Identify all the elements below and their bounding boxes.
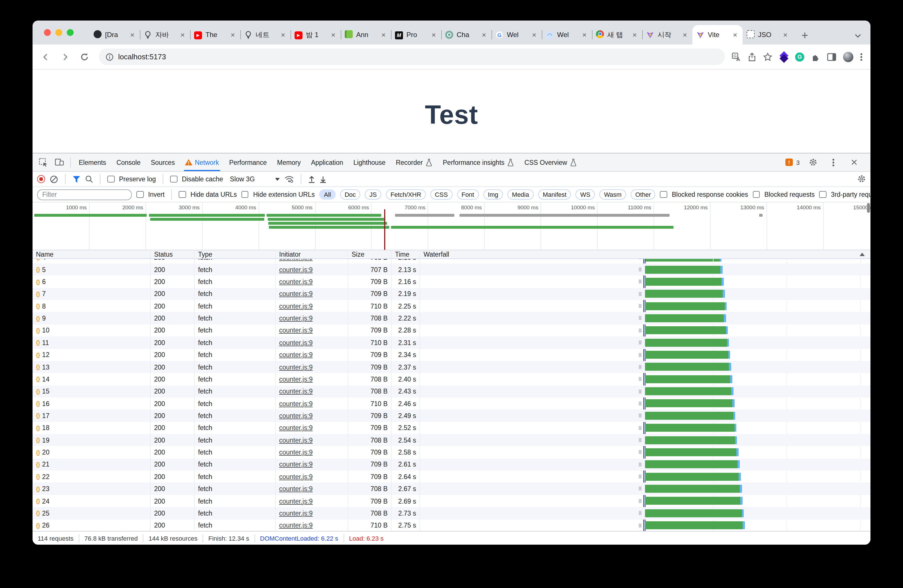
reload-button[interactable] [77,49,92,64]
issues-count[interactable]: 3 [796,159,800,166]
initiator-link[interactable]: counter.js:9 [279,303,313,310]
request-row-22[interactable]: {}22200fetchcounter.js:9709 B2.64 s [33,470,870,483]
zoom-window-button[interactable] [67,29,74,36]
initiator-link[interactable]: counter.js:9 [279,474,313,480]
disable-cache-checkbox[interactable] [170,176,177,183]
browser-tab-13[interactable]: Vite✕ [692,25,743,44]
bookmark-star-icon[interactable] [763,52,772,61]
column-header-initiator[interactable]: Initiator [276,250,348,258]
filter-input[interactable] [37,189,132,200]
initiator-link[interactable]: counter.js:9 [279,498,313,505]
record-network-log-button[interactable] [37,175,45,183]
request-row-13[interactable]: {}13200fetchcounter.js:9709 B2.37 s [33,361,870,373]
tab-close-icon[interactable]: ✕ [732,30,739,39]
export-har-icon[interactable] [320,175,327,183]
filter-pill-other[interactable]: Other [631,189,656,200]
device-toolbar-icon[interactable] [52,155,67,169]
forward-button[interactable] [58,49,72,64]
tab-close-icon[interactable]: ✕ [279,30,286,39]
initiator-link[interactable]: counter.js:9 [279,425,313,431]
initiator-link[interactable]: counter.js:9 [279,388,313,395]
request-row-14[interactable]: {}14200fetchcounter.js:9708 B2.40 s [33,373,870,385]
initiator-link[interactable]: counter.js:9 [279,400,313,407]
column-header-name[interactable]: Name [33,250,151,258]
browser-menu-icon[interactable] [860,52,862,61]
column-header-size[interactable]: Size [348,250,392,258]
network-conditions-icon[interactable] [285,175,294,183]
extensions-puzzle-icon[interactable] [811,52,820,61]
request-row-17[interactable]: {}17200fetchcounter.js:9709 B2.49 s [33,410,870,422]
close-devtools-icon[interactable] [846,155,861,169]
network-settings-gear-icon[interactable] [857,174,866,183]
hide-extension-urls-checkbox[interactable] [241,191,249,198]
initiator-link[interactable]: counter.js:9 [279,339,313,346]
tab-close-icon[interactable]: ✕ [430,30,437,39]
tab-close-icon[interactable]: ✕ [330,30,337,39]
initiator-link[interactable]: counter.js:9 [279,327,313,334]
request-row-6[interactable]: {}6200fetchcounter.js:9709 B2.16 s [33,276,870,288]
initiator-link[interactable]: counter.js:9 [279,364,313,370]
initiator-link[interactable]: counter.js:9 [279,412,313,419]
preserve-log-checkbox[interactable] [107,176,115,183]
filter-pill-css[interactable]: CSS [430,189,452,200]
tab-close-icon[interactable]: ✕ [581,30,588,39]
browser-tab-12[interactable]: 시작✕ [642,25,692,44]
tab-search-chevron-icon[interactable] [854,34,861,38]
devtools-menu-icon[interactable] [826,155,841,169]
filter-pill-js[interactable]: JS [365,189,382,200]
initiator-link[interactable]: counter.js:9 [279,437,313,444]
tab-close-icon[interactable]: ✕ [480,30,488,39]
tab-close-icon[interactable]: ✕ [631,30,638,39]
network-overview-timeline[interactable]: 1000 ms2000 ms3000 ms4000 ms5000 ms6000 … [33,202,870,250]
browser-tab-5[interactable]: ▶밤 1✕ [291,25,341,44]
browser-tab-3[interactable]: ▶The✕ [190,25,240,44]
address-bar[interactable]: localhost:5173 [99,49,725,65]
settings-gear-icon[interactable] [805,155,820,169]
import-har-icon[interactable] [308,175,315,183]
request-row-18[interactable]: {}18200fetchcounter.js:9709 B2.52 s [33,422,870,434]
initiator-link[interactable]: counter.js:9 [279,290,313,298]
extension-diamond-icon[interactable] [779,52,788,61]
column-header-waterfall[interactable]: Waterfall [420,250,870,258]
filter-pill-fetch-xhr[interactable]: Fetch/XHR [386,189,426,200]
browser-tab-6[interactable]: Ann✕ [341,25,391,44]
tab-close-icon[interactable]: ✕ [380,30,387,39]
browser-tab-11[interactable]: 새 탭✕ [592,25,642,44]
devtools-tab-css-overview[interactable]: CSS Overview [520,154,582,171]
devtools-tab-network[interactable]: Network [181,154,223,171]
devtools-tab-memory[interactable]: Memory [272,154,305,171]
initiator-link[interactable]: counter.js:9 [279,510,313,517]
filter-pill-doc[interactable]: Doc [340,189,360,200]
invert-checkbox[interactable] [137,191,143,198]
browser-tab-8[interactable]: Cha✕ [441,25,491,44]
close-window-button[interactable] [44,29,51,36]
request-row-10[interactable]: {}10200fetchcounter.js:9709 B2.28 s [33,325,870,337]
sort-asc-icon[interactable] [860,252,865,256]
devtools-tab-elements[interactable]: Elements [74,154,111,171]
initiator-link[interactable]: counter.js:9 [279,266,313,273]
initiator-link[interactable]: counter.js:9 [279,351,313,358]
tab-close-icon[interactable]: ✕ [129,30,136,39]
browser-tab-7[interactable]: MPro✕ [391,25,441,44]
browser-tab-1[interactable]: [Dra✕ [90,25,140,44]
profile-avatar[interactable] [843,52,853,62]
initiator-link[interactable]: counter.js:9 [279,376,313,383]
request-row-25[interactable]: {}25200fetchcounter.js:9708 B2.73 s [33,507,870,519]
initiator-link[interactable]: counter.js:9 [279,315,313,321]
request-row-19[interactable]: {}19200fetchcounter.js:9708 B2.54 s [33,434,870,446]
request-row-23[interactable]: {}23200fetchcounter.js:9708 B2.67 s [33,483,870,495]
request-row-24[interactable]: {}24200fetchcounter.js:9709 B2.69 s [33,495,870,507]
request-row-4[interactable]: {}4200fetchcounter.js:9708 B2.10 s [33,259,870,263]
request-row-11[interactable]: {}11200fetchcounter.js:9710 B2.31 s [33,337,870,349]
filter-pill-manifest[interactable]: Manifest [538,189,571,200]
devtools-tab-console[interactable]: Console [112,154,145,171]
request-row-20[interactable]: {}20200fetchcounter.js:9709 B2.58 s [33,446,870,459]
request-row-9[interactable]: {}9200fetchcounter.js:9708 B2.22 s [33,312,870,325]
minimize-window-button[interactable] [55,29,62,36]
translate-icon[interactable]: G [732,52,741,61]
request-row-15[interactable]: {}15200fetchcounter.js:9708 B2.43 s [33,385,870,398]
filter-pill-wasm[interactable]: Wasm [599,189,626,200]
inspect-icon[interactable] [36,155,51,169]
checkbox-blocked-response-cookies[interactable] [660,191,667,198]
devtools-tab-performance[interactable]: Performance [225,154,271,171]
